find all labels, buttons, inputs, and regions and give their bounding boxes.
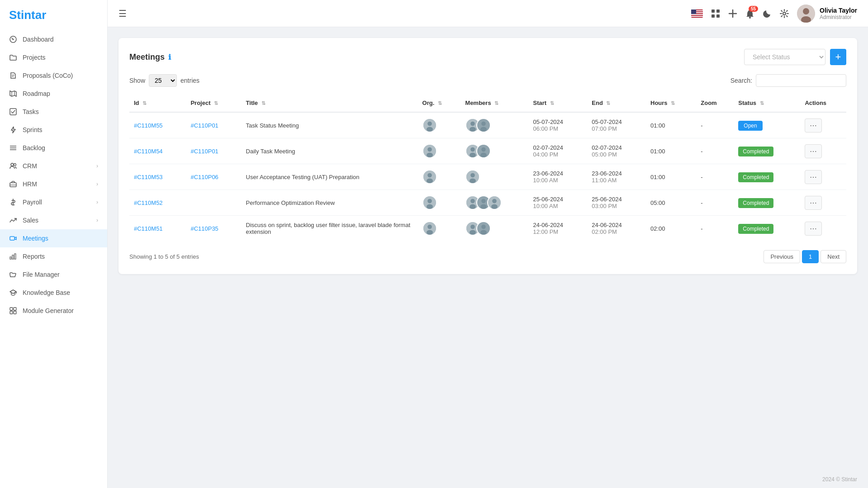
nav-label: Knowledge Base — [23, 289, 70, 296]
pagination-area: Showing 1 to 5 of 5 entries Previous 1 N… — [129, 250, 846, 263]
status-select[interactable]: Select Status Open Completed — [744, 49, 825, 65]
cell-hours: 01:00 — [646, 164, 696, 190]
info-icon[interactable]: ℹ — [168, 53, 171, 62]
project-link[interactable]: #C110P01 — [190, 148, 218, 155]
meeting-id-link[interactable]: #C110M51 — [134, 225, 163, 232]
cell-start: 25-06-202410:00 AM — [529, 190, 588, 216]
nav-label: Proposals (CoCo) — [23, 72, 73, 79]
bar-chart-icon — [9, 252, 17, 261]
col-members[interactable]: Members ⇅ — [461, 94, 529, 112]
main-area: ☰ — [108, 0, 868, 488]
svg-point-58 — [481, 147, 486, 152]
sidebar-item-projects[interactable]: Projects — [0, 48, 107, 66]
briefcase-icon — [9, 180, 17, 188]
action-menu-button[interactable]: ⋯ — [805, 196, 822, 210]
nav-label: Reports — [23, 253, 45, 260]
sidebar-item-module-generator[interactable]: Module Generator — [0, 302, 107, 320]
sidebar-item-dashboard[interactable]: Dashboard — [0, 30, 107, 48]
project-link[interactable]: #C110P06 — [190, 174, 218, 180]
previous-button[interactable]: Previous — [764, 250, 800, 263]
apps-icon[interactable] — [711, 9, 720, 18]
chevron-icon: › — [96, 181, 98, 187]
col-id[interactable]: Id ⇅ — [129, 94, 186, 112]
col-status[interactable]: Status ⇅ — [734, 94, 800, 112]
action-menu-button[interactable]: ⋯ — [805, 170, 822, 184]
language-selector[interactable] — [691, 9, 703, 18]
meeting-id-link[interactable]: #C110M53 — [134, 174, 163, 180]
sidebar-item-backlog[interactable]: Backlog — [0, 139, 107, 157]
svg-rect-30 — [691, 9, 696, 14]
svg-point-61 — [427, 173, 432, 178]
add-meeting-button[interactable]: + — [830, 49, 846, 65]
cell-id: #C110M55 — [129, 112, 186, 138]
search-input[interactable] — [756, 74, 846, 87]
folder-icon — [9, 53, 17, 62]
search-area: Search: — [730, 74, 846, 87]
project-link[interactable]: #C110P01 — [190, 122, 218, 129]
col-project[interactable]: Project ⇅ — [186, 94, 241, 112]
users-icon — [9, 162, 17, 170]
project-link[interactable]: #C110P35 — [190, 225, 218, 232]
member-avatar — [422, 221, 437, 236]
cell-org — [418, 216, 461, 242]
sidebar-item-file-manager[interactable]: File Manager — [0, 265, 107, 284]
sidebar-item-tasks[interactable]: Tasks — [0, 103, 107, 121]
sidebar-item-knowledge-base[interactable]: Knowledge Base — [0, 284, 107, 302]
col-org[interactable]: Org. ⇅ — [418, 94, 461, 112]
sidebar-item-roadmap[interactable]: Roadmap — [0, 85, 107, 103]
footer-text: 2024 © Stintar — [822, 476, 857, 483]
svg-rect-17 — [12, 255, 14, 259]
page-1-button[interactable]: 1 — [802, 250, 819, 263]
action-menu-button[interactable]: ⋯ — [805, 144, 822, 158]
svg-rect-31 — [711, 9, 715, 13]
col-title[interactable]: Title ⇅ — [242, 94, 418, 112]
col-hours[interactable]: Hours ⇅ — [646, 94, 696, 112]
svg-rect-23 — [10, 311, 13, 314]
sidebar-item-sprints[interactable]: Sprints — [0, 121, 107, 139]
menu-toggle-icon[interactable]: ☰ — [119, 8, 127, 19]
gauge-icon — [9, 35, 17, 43]
sidebar-item-hrm[interactable]: HRM › — [0, 175, 107, 193]
cell-title: Task Status Meeting — [242, 112, 418, 138]
svg-point-46 — [470, 122, 475, 126]
sidebar-item-sales[interactable]: Sales › — [0, 211, 107, 229]
next-button[interactable]: Next — [821, 250, 846, 263]
notifications-icon[interactable]: 55 — [745, 9, 754, 19]
cell-members — [461, 164, 529, 190]
pagination: Previous 1 Next — [764, 250, 846, 263]
cell-hours: 05:00 — [646, 190, 696, 216]
sidebar-item-crm[interactable]: CRM › — [0, 157, 107, 175]
cell-id: #C110M52 — [129, 190, 186, 216]
svg-point-37 — [749, 17, 751, 19]
footer: 2024 © Stintar — [108, 471, 868, 488]
col-end[interactable]: End ⇅ — [587, 94, 646, 112]
settings-icon[interactable] — [780, 9, 789, 18]
cell-zoom: - — [696, 190, 734, 216]
sidebar-item-reports[interactable]: Reports — [0, 247, 107, 265]
nav-label: Roadmap — [23, 90, 50, 97]
dark-mode-toggle[interactable] — [763, 9, 772, 18]
col-start[interactable]: Start ⇅ — [529, 94, 588, 112]
sidebar-item-payroll[interactable]: Payroll › — [0, 193, 107, 211]
meeting-id-link[interactable]: #C110M52 — [134, 199, 163, 206]
cell-end: 25-06-202403:00 PM — [587, 190, 646, 216]
meeting-id-link[interactable]: #C110M55 — [134, 122, 163, 129]
cell-members — [461, 216, 529, 242]
cell-start: 02-07-202404:00 PM — [529, 138, 588, 164]
meeting-id-link[interactable]: #C110M54 — [134, 148, 163, 155]
cell-actions: ⋯ — [800, 112, 846, 138]
sidebar-item-proposals[interactable]: Proposals (CoCo) — [0, 66, 107, 85]
action-menu-button[interactable]: ⋯ — [805, 118, 822, 133]
cell-title: User Acceptance Testing (UAT) Preparatio… — [242, 164, 418, 190]
svg-point-85 — [481, 225, 486, 229]
action-menu-button[interactable]: ⋯ — [805, 222, 822, 236]
sidebar-item-meetings[interactable]: Meetings — [0, 229, 107, 247]
cell-status: Open — [734, 112, 800, 138]
shortcuts-icon[interactable] — [728, 9, 737, 18]
cell-org — [418, 138, 461, 164]
flag-icon — [691, 9, 703, 18]
entries-select[interactable]: 25 10 50 100 — [149, 74, 177, 87]
user-profile[interactable]: Olivia Taylor Administrator — [797, 5, 857, 23]
cell-end: 02-07-202405:00 PM — [587, 138, 646, 164]
nav-label: Meetings — [23, 235, 48, 242]
